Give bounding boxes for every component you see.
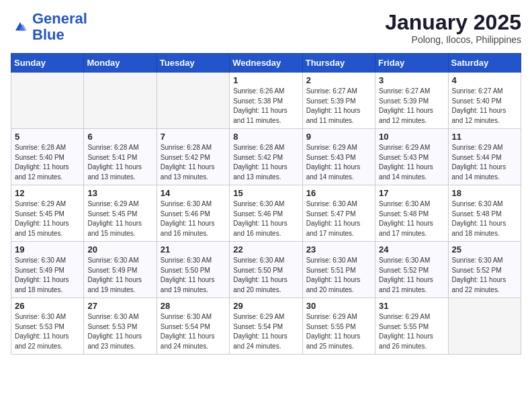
day-info: Sunrise: 6:29 AMSunset: 5:45 PMDaylight:… — [87, 199, 152, 238]
calendar-cell: 11Sunrise: 6:29 AMSunset: 5:44 PMDayligh… — [448, 129, 521, 185]
day-info: Sunrise: 6:30 AMSunset: 5:51 PMDaylight:… — [306, 256, 371, 295]
calendar-week-row: 26Sunrise: 6:30 AMSunset: 5:53 PMDayligh… — [11, 298, 521, 355]
calendar-cell: 24Sunrise: 6:30 AMSunset: 5:52 PMDayligh… — [375, 242, 448, 298]
day-info: Sunrise: 6:30 AMSunset: 5:47 PMDaylight:… — [306, 199, 371, 238]
day-number: 13 — [87, 188, 152, 198]
day-number: 2 — [306, 75, 371, 85]
day-number: 9 — [306, 132, 371, 142]
day-info: Sunrise: 6:29 AMSunset: 5:44 PMDaylight:… — [452, 143, 517, 182]
day-info: Sunrise: 6:28 AMSunset: 5:40 PMDaylight:… — [15, 143, 80, 182]
day-number: 19 — [15, 244, 80, 255]
calendar-cell: 21Sunrise: 6:30 AMSunset: 5:50 PMDayligh… — [157, 242, 229, 298]
day-info: Sunrise: 6:30 AMSunset: 5:49 PMDaylight:… — [15, 256, 80, 295]
calendar-cell: 10Sunrise: 6:29 AMSunset: 5:43 PMDayligh… — [375, 129, 448, 185]
day-info: Sunrise: 6:30 AMSunset: 5:52 PMDaylight:… — [452, 256, 517, 295]
calendar-cell: 1Sunrise: 6:26 AMSunset: 5:38 PMDaylight… — [230, 73, 302, 129]
day-info: Sunrise: 6:30 AMSunset: 5:46 PMDaylight:… — [233, 199, 298, 238]
calendar-week-row: 12Sunrise: 6:29 AMSunset: 5:45 PMDayligh… — [11, 185, 521, 242]
calendar-table: SundayMondayTuesdayWednesdayThursdayFrid… — [11, 53, 521, 355]
day-number: 1 — [233, 75, 298, 85]
calendar-cell: 14Sunrise: 6:30 AMSunset: 5:46 PMDayligh… — [157, 185, 229, 242]
day-number: 12 — [15, 188, 80, 198]
day-info: Sunrise: 6:28 AMSunset: 5:41 PMDaylight:… — [87, 143, 152, 182]
day-info: Sunrise: 6:27 AMSunset: 5:39 PMDaylight:… — [379, 87, 444, 126]
day-info: Sunrise: 6:29 AMSunset: 5:45 PMDaylight:… — [15, 199, 80, 238]
day-number: 28 — [161, 301, 226, 311]
day-info: Sunrise: 6:30 AMSunset: 5:54 PMDaylight:… — [161, 312, 226, 351]
calendar-week-row: 1Sunrise: 6:26 AMSunset: 5:38 PMDaylight… — [11, 73, 521, 129]
day-info: Sunrise: 6:28 AMSunset: 5:42 PMDaylight:… — [233, 143, 298, 182]
calendar-cell: 2Sunrise: 6:27 AMSunset: 5:39 PMDaylight… — [302, 73, 375, 129]
day-info: Sunrise: 6:26 AMSunset: 5:38 PMDaylight:… — [233, 87, 298, 126]
day-number: 11 — [452, 132, 517, 142]
calendar-cell: 17Sunrise: 6:30 AMSunset: 5:48 PMDayligh… — [375, 185, 448, 242]
location-subtitle: Polong, Ilocos, Philippines — [385, 34, 521, 45]
day-number: 29 — [233, 301, 298, 311]
calendar-cell: 7Sunrise: 6:28 AMSunset: 5:42 PMDaylight… — [157, 129, 229, 185]
day-number: 27 — [87, 301, 152, 311]
day-number: 26 — [15, 301, 80, 311]
calendar-cell — [11, 73, 84, 129]
day-number: 3 — [379, 75, 444, 85]
day-number: 5 — [15, 132, 80, 142]
weekday-header-monday: Monday — [84, 54, 157, 73]
calendar-cell: 27Sunrise: 6:30 AMSunset: 5:53 PMDayligh… — [84, 298, 157, 355]
day-info: Sunrise: 6:30 AMSunset: 5:50 PMDaylight:… — [161, 256, 226, 295]
title-block: January 2025 Polong, Ilocos, Philippines — [385, 11, 521, 45]
logo: General Blue — [11, 11, 87, 43]
weekday-header-saturday: Saturday — [448, 54, 521, 73]
logo-general: General — [32, 10, 87, 27]
calendar-cell: 5Sunrise: 6:28 AMSunset: 5:40 PMDaylight… — [11, 129, 84, 185]
weekday-header-wednesday: Wednesday — [230, 54, 302, 73]
day-number: 10 — [379, 132, 444, 142]
day-info: Sunrise: 6:29 AMSunset: 5:43 PMDaylight:… — [379, 143, 444, 182]
calendar-cell: 28Sunrise: 6:30 AMSunset: 5:54 PMDayligh… — [157, 298, 229, 355]
day-info: Sunrise: 6:29 AMSunset: 5:54 PMDaylight:… — [233, 312, 298, 351]
day-info: Sunrise: 6:30 AMSunset: 5:46 PMDaylight:… — [161, 199, 226, 238]
weekday-header-sunday: Sunday — [11, 54, 84, 73]
day-info: Sunrise: 6:27 AMSunset: 5:39 PMDaylight:… — [306, 87, 371, 126]
logo-icon — [11, 17, 30, 36]
calendar-cell: 23Sunrise: 6:30 AMSunset: 5:51 PMDayligh… — [302, 242, 375, 298]
month-year-title: January 2025 — [385, 11, 521, 34]
calendar-cell: 20Sunrise: 6:30 AMSunset: 5:49 PMDayligh… — [84, 242, 157, 298]
day-number: 8 — [233, 132, 298, 142]
calendar-cell: 30Sunrise: 6:29 AMSunset: 5:55 PMDayligh… — [302, 298, 375, 355]
day-info: Sunrise: 6:30 AMSunset: 5:49 PMDaylight:… — [87, 256, 152, 295]
day-info: Sunrise: 6:30 AMSunset: 5:50 PMDaylight:… — [233, 256, 298, 295]
calendar-cell: 22Sunrise: 6:30 AMSunset: 5:50 PMDayligh… — [230, 242, 302, 298]
day-number: 4 — [452, 75, 517, 85]
page-header: General Blue January 2025 Polong, Ilocos… — [11, 11, 521, 45]
day-number: 25 — [452, 244, 517, 255]
day-number: 6 — [87, 132, 152, 142]
day-number: 16 — [306, 188, 371, 198]
day-info: Sunrise: 6:30 AMSunset: 5:48 PMDaylight:… — [452, 199, 517, 238]
calendar-cell: 25Sunrise: 6:30 AMSunset: 5:52 PMDayligh… — [448, 242, 521, 298]
calendar-cell: 31Sunrise: 6:29 AMSunset: 5:55 PMDayligh… — [375, 298, 448, 355]
logo-blue: Blue — [32, 26, 64, 43]
calendar-cell: 8Sunrise: 6:28 AMSunset: 5:42 PMDaylight… — [230, 129, 302, 185]
calendar-cell: 12Sunrise: 6:29 AMSunset: 5:45 PMDayligh… — [11, 185, 84, 242]
day-number: 23 — [306, 244, 371, 255]
calendar-cell — [448, 298, 521, 355]
calendar-cell: 15Sunrise: 6:30 AMSunset: 5:46 PMDayligh… — [230, 185, 302, 242]
weekday-header-row: SundayMondayTuesdayWednesdayThursdayFrid… — [11, 54, 521, 73]
day-number: 15 — [233, 188, 298, 198]
day-info: Sunrise: 6:30 AMSunset: 5:48 PMDaylight:… — [379, 199, 444, 238]
day-number: 7 — [161, 132, 226, 142]
day-info: Sunrise: 6:29 AMSunset: 5:43 PMDaylight:… — [306, 143, 371, 182]
day-info: Sunrise: 6:30 AMSunset: 5:53 PMDaylight:… — [87, 312, 152, 351]
weekday-header-thursday: Thursday — [302, 54, 375, 73]
calendar-week-row: 5Sunrise: 6:28 AMSunset: 5:40 PMDaylight… — [11, 129, 521, 185]
day-number: 17 — [379, 188, 444, 198]
calendar-cell: 9Sunrise: 6:29 AMSunset: 5:43 PMDaylight… — [302, 129, 375, 185]
day-info: Sunrise: 6:29 AMSunset: 5:55 PMDaylight:… — [306, 312, 371, 351]
day-info: Sunrise: 6:28 AMSunset: 5:42 PMDaylight:… — [161, 143, 226, 182]
day-number: 18 — [452, 188, 517, 198]
calendar-cell: 29Sunrise: 6:29 AMSunset: 5:54 PMDayligh… — [230, 298, 302, 355]
weekday-header-tuesday: Tuesday — [157, 54, 229, 73]
calendar-cell: 16Sunrise: 6:30 AMSunset: 5:47 PMDayligh… — [302, 185, 375, 242]
day-number: 21 — [161, 244, 226, 255]
day-number: 20 — [87, 244, 152, 255]
calendar-cell: 13Sunrise: 6:29 AMSunset: 5:45 PMDayligh… — [84, 185, 157, 242]
